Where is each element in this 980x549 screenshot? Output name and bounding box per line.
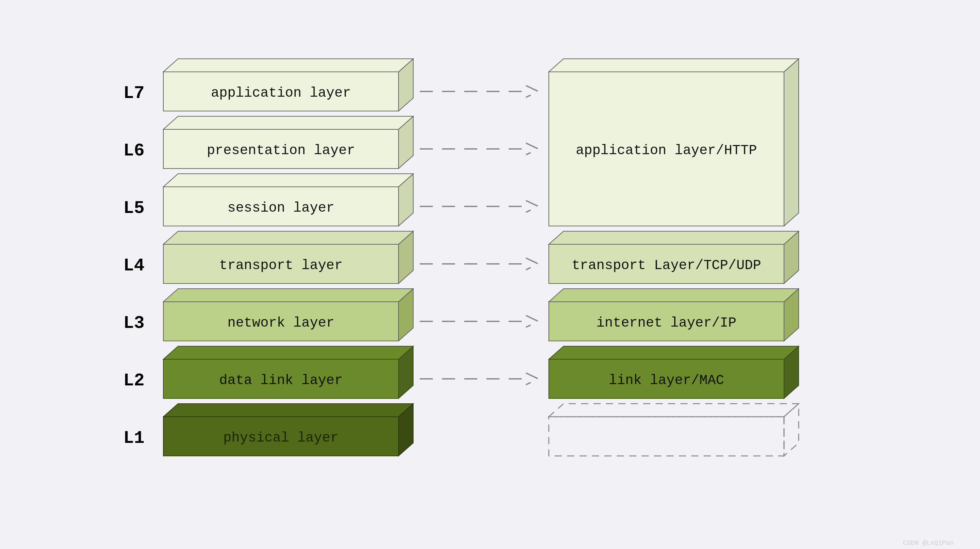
- left-text-L5: session layer: [228, 200, 334, 216]
- label-L3: L3: [124, 313, 145, 333]
- svg-marker-40: [549, 59, 799, 72]
- svg-marker-39: [784, 59, 799, 226]
- left-text-L6: presentation layer: [207, 143, 355, 158]
- watermark: CSDN @LxQiPan: [903, 539, 954, 547]
- svg-marker-27: [784, 404, 799, 456]
- label-L2: L2: [124, 371, 145, 391]
- svg-marker-28: [549, 404, 799, 417]
- svg-marker-31: [549, 346, 799, 359]
- svg-marker-37: [549, 231, 799, 244]
- left-text-L7: application layer: [211, 85, 351, 101]
- svg-marker-1: [163, 404, 413, 417]
- label-L5: L5: [124, 198, 145, 218]
- left-text-L1: physical layer: [223, 430, 339, 446]
- svg-marker-7: [163, 289, 413, 302]
- left-box-L6: presentation layer: [163, 116, 413, 169]
- label-L6: L6: [124, 141, 145, 161]
- label-L7: L7: [124, 83, 145, 103]
- right-text-link: link layer/MAC: [609, 372, 724, 388]
- left-text-L4: transport layer: [219, 258, 343, 273]
- svg-marker-10: [163, 231, 413, 244]
- svg-marker-16: [163, 116, 413, 129]
- left-box-L5: session layer: [163, 174, 413, 226]
- svg-marker-34: [549, 289, 799, 302]
- left-box-L4: transport layer: [163, 231, 413, 283]
- label-L1: L1: [124, 428, 145, 448]
- arrows: [420, 86, 538, 385]
- right-box-internet: internet layer/IP: [549, 289, 799, 341]
- left-text-L3: network layer: [228, 315, 334, 331]
- diagram-canvas: L7 L6 L5 L4 L3 L2 L1 physical layer data…: [0, 0, 980, 549]
- left-box-L2: data link layer: [163, 346, 413, 398]
- right-box-transport: transport Layer/TCP/UDP: [549, 231, 799, 283]
- right-text-app: application layer/HTTP: [576, 143, 757, 158]
- right-box-app: application layer/HTTP: [549, 59, 799, 226]
- left-box-L7: application layer: [163, 59, 413, 111]
- left-box-L1: physical layer: [163, 404, 413, 456]
- right-text-internet: internet layer/IP: [597, 315, 736, 331]
- svg-marker-19: [163, 59, 413, 72]
- right-box-empty: [549, 404, 799, 456]
- right-box-link: link layer/MAC: [549, 346, 799, 398]
- svg-rect-29: [549, 417, 784, 456]
- left-text-L2: data link layer: [219, 372, 343, 388]
- svg-marker-13: [163, 174, 413, 187]
- left-box-L3: network layer: [163, 289, 413, 341]
- svg-marker-4: [163, 346, 413, 359]
- label-L4: L4: [124, 256, 145, 276]
- right-text-transport: transport Layer/TCP/UDP: [572, 258, 761, 273]
